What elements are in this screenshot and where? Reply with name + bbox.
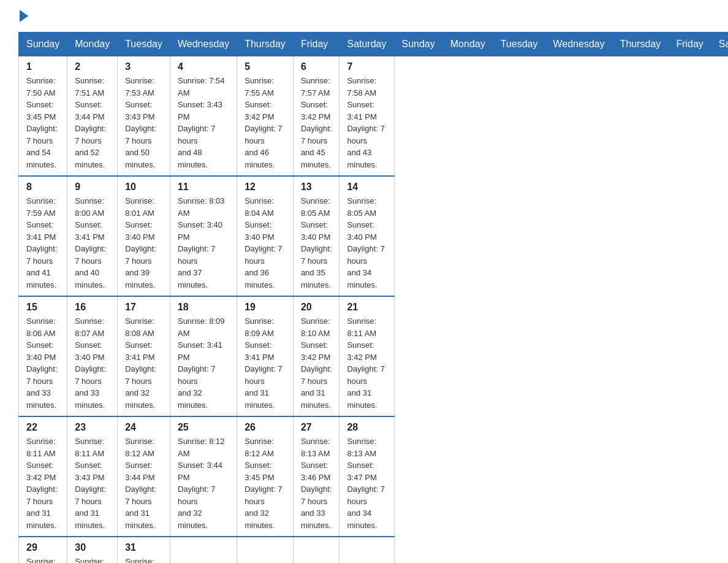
- day-number: 14: [347, 182, 386, 193]
- calendar-cell: 1 Sunrise: 7:50 AM Sunset: 3:45 PM Dayli…: [19, 56, 67, 177]
- day-info: Sunrise: 8:13 AM Sunset: 3:47 PM Dayligh…: [347, 435, 386, 531]
- day-info: Sunrise: 7:51 AM Sunset: 3:44 PM Dayligh…: [75, 75, 110, 170]
- day-number: 16: [75, 302, 110, 313]
- day-number: 26: [245, 422, 286, 433]
- calendar-cell: [339, 537, 394, 563]
- calendar-cell: [170, 537, 237, 563]
- day-number: 31: [125, 542, 162, 553]
- day-info: Sunrise: 8:05 AM Sunset: 3:40 PM Dayligh…: [301, 195, 332, 291]
- day-info: Sunrise: 7:50 AM Sunset: 3:45 PM Dayligh…: [26, 75, 59, 170]
- day-number: 19: [245, 302, 286, 313]
- calendar-cell: 3 Sunrise: 7:53 AM Sunset: 3:43 PM Dayli…: [118, 56, 170, 177]
- calendar-cell: 31 Sunrise: 8:13 AM Sunset: 3:50 PM Dayl…: [118, 537, 170, 563]
- day-number: 17: [125, 302, 162, 313]
- day-number: 11: [178, 182, 229, 193]
- day-info: Sunrise: 8:09 AM Sunset: 3:41 PM Dayligh…: [245, 315, 286, 411]
- logo-triangle-icon: [20, 10, 28, 22]
- calendar-cell: 19 Sunrise: 8:09 AM Sunset: 3:41 PM Dayl…: [237, 296, 294, 416]
- day-number: 21: [347, 302, 386, 313]
- day-info: Sunrise: 8:00 AM Sunset: 3:41 PM Dayligh…: [75, 195, 110, 291]
- calendar-week-row: 15 Sunrise: 8:06 AM Sunset: 3:40 PM Dayl…: [19, 296, 729, 416]
- day-info: Sunrise: 8:08 AM Sunset: 3:41 PM Dayligh…: [125, 315, 162, 411]
- day-number: 10: [125, 182, 162, 193]
- day-info: Sunrise: 8:11 AM Sunset: 3:43 PM Dayligh…: [75, 435, 110, 531]
- day-info: Sunrise: 7:54 AM Sunset: 3:43 PM Dayligh…: [178, 75, 229, 170]
- column-header-wednesday: Wednesday: [545, 33, 612, 56]
- column-header-tuesday: Tuesday: [118, 33, 170, 56]
- column-header-saturday: Saturday: [711, 33, 728, 56]
- calendar-week-row: 1 Sunrise: 7:50 AM Sunset: 3:45 PM Dayli…: [19, 56, 729, 177]
- day-info: Sunrise: 8:11 AM Sunset: 3:42 PM Dayligh…: [347, 315, 386, 411]
- calendar-cell: 14 Sunrise: 8:05 AM Sunset: 3:40 PM Dayl…: [339, 176, 394, 296]
- calendar-cell: 10 Sunrise: 8:01 AM Sunset: 3:40 PM Dayl…: [118, 176, 170, 296]
- calendar-cell: 27 Sunrise: 8:13 AM Sunset: 3:46 PM Dayl…: [293, 416, 339, 537]
- column-header-monday: Monday: [442, 33, 493, 56]
- calendar-week-row: 8 Sunrise: 7:59 AM Sunset: 3:41 PM Dayli…: [19, 176, 729, 296]
- calendar-cell: 21 Sunrise: 8:11 AM Sunset: 3:42 PM Dayl…: [339, 296, 394, 416]
- calendar-cell: 17 Sunrise: 8:08 AM Sunset: 3:41 PM Dayl…: [118, 296, 170, 416]
- calendar-cell: 26 Sunrise: 8:12 AM Sunset: 3:45 PM Dayl…: [237, 416, 294, 537]
- calendar-cell: 7 Sunrise: 7:58 AM Sunset: 3:41 PM Dayli…: [339, 56, 394, 177]
- day-number: 1: [26, 61, 59, 72]
- day-number: 18: [178, 302, 229, 313]
- column-header-saturday: Saturday: [339, 33, 394, 56]
- column-header-sunday: Sunday: [394, 33, 442, 56]
- day-info: Sunrise: 7:55 AM Sunset: 3:42 PM Dayligh…: [245, 75, 286, 170]
- day-info: Sunrise: 7:59 AM Sunset: 3:41 PM Dayligh…: [26, 195, 59, 291]
- day-number: 20: [301, 302, 332, 313]
- column-header-thursday: Thursday: [612, 33, 669, 56]
- calendar-cell: 12 Sunrise: 8:04 AM Sunset: 3:40 PM Dayl…: [237, 176, 294, 296]
- day-info: Sunrise: 8:09 AM Sunset: 3:41 PM Dayligh…: [178, 315, 229, 411]
- calendar-cell: 5 Sunrise: 7:55 AM Sunset: 3:42 PM Dayli…: [237, 56, 294, 177]
- day-info: Sunrise: 8:12 AM Sunset: 3:44 PM Dayligh…: [125, 435, 162, 531]
- calendar-cell: 18 Sunrise: 8:09 AM Sunset: 3:41 PM Dayl…: [170, 296, 237, 416]
- column-header-friday: Friday: [293, 33, 339, 56]
- day-number: 22: [26, 422, 59, 433]
- calendar-cell: 24 Sunrise: 8:12 AM Sunset: 3:44 PM Dayl…: [118, 416, 170, 537]
- day-info: Sunrise: 8:03 AM Sunset: 3:40 PM Dayligh…: [178, 195, 229, 291]
- calendar-table: SundayMondayTuesdayWednesdayThursdayFrid…: [18, 32, 728, 563]
- logo: [18, 12, 28, 20]
- day-number: 27: [301, 422, 332, 433]
- calendar-cell: 13 Sunrise: 8:05 AM Sunset: 3:40 PM Dayl…: [293, 176, 339, 296]
- day-info: Sunrise: 7:58 AM Sunset: 3:41 PM Dayligh…: [347, 75, 386, 170]
- day-number: 4: [178, 61, 229, 72]
- day-number: 28: [347, 422, 386, 433]
- calendar-cell: 4 Sunrise: 7:54 AM Sunset: 3:43 PM Dayli…: [170, 56, 237, 177]
- day-info: Sunrise: 8:13 AM Sunset: 3:50 PM Dayligh…: [125, 556, 162, 563]
- day-number: 2: [75, 61, 110, 72]
- calendar-week-row: 29 Sunrise: 8:13 AM Sunset: 3:48 PM Dayl…: [19, 537, 729, 563]
- day-info: Sunrise: 8:06 AM Sunset: 3:40 PM Dayligh…: [26, 315, 59, 411]
- calendar-cell: 8 Sunrise: 7:59 AM Sunset: 3:41 PM Dayli…: [19, 176, 67, 296]
- day-info: Sunrise: 8:01 AM Sunset: 3:40 PM Dayligh…: [125, 195, 162, 291]
- calendar-cell: 20 Sunrise: 8:10 AM Sunset: 3:42 PM Dayl…: [293, 296, 339, 416]
- column-header-friday: Friday: [669, 33, 711, 56]
- day-info: Sunrise: 8:10 AM Sunset: 3:42 PM Dayligh…: [301, 315, 332, 411]
- day-number: 5: [245, 61, 286, 72]
- day-info: Sunrise: 8:07 AM Sunset: 3:40 PM Dayligh…: [75, 315, 110, 411]
- day-number: 8: [26, 182, 59, 193]
- day-number: 25: [178, 422, 229, 433]
- day-info: Sunrise: 8:13 AM Sunset: 3:49 PM Dayligh…: [75, 556, 110, 563]
- day-info: Sunrise: 8:12 AM Sunset: 3:44 PM Dayligh…: [178, 435, 229, 531]
- day-number: 7: [347, 61, 386, 72]
- calendar-cell: 11 Sunrise: 8:03 AM Sunset: 3:40 PM Dayl…: [170, 176, 237, 296]
- day-number: 9: [75, 182, 110, 193]
- day-info: Sunrise: 8:05 AM Sunset: 3:40 PM Dayligh…: [347, 195, 386, 291]
- calendar-cell: 29 Sunrise: 8:13 AM Sunset: 3:48 PM Dayl…: [19, 537, 67, 563]
- calendar-cell: 2 Sunrise: 7:51 AM Sunset: 3:44 PM Dayli…: [67, 56, 118, 177]
- day-number: 13: [301, 182, 332, 193]
- day-info: Sunrise: 8:04 AM Sunset: 3:40 PM Dayligh…: [245, 195, 286, 291]
- day-info: Sunrise: 8:11 AM Sunset: 3:42 PM Dayligh…: [26, 435, 59, 531]
- day-number: 6: [301, 61, 332, 72]
- calendar-cell: 9 Sunrise: 8:00 AM Sunset: 3:41 PM Dayli…: [67, 176, 118, 296]
- calendar-cell: 25 Sunrise: 8:12 AM Sunset: 3:44 PM Dayl…: [170, 416, 237, 537]
- column-header-monday: Monday: [67, 33, 118, 56]
- calendar-cell: 16 Sunrise: 8:07 AM Sunset: 3:40 PM Dayl…: [67, 296, 118, 416]
- day-info: Sunrise: 8:13 AM Sunset: 3:48 PM Dayligh…: [26, 556, 59, 563]
- day-info: Sunrise: 8:13 AM Sunset: 3:46 PM Dayligh…: [301, 435, 332, 531]
- day-number: 29: [26, 542, 59, 553]
- column-header-tuesday: Tuesday: [493, 33, 545, 56]
- day-number: 23: [75, 422, 110, 433]
- column-header-wednesday: Wednesday: [170, 33, 237, 56]
